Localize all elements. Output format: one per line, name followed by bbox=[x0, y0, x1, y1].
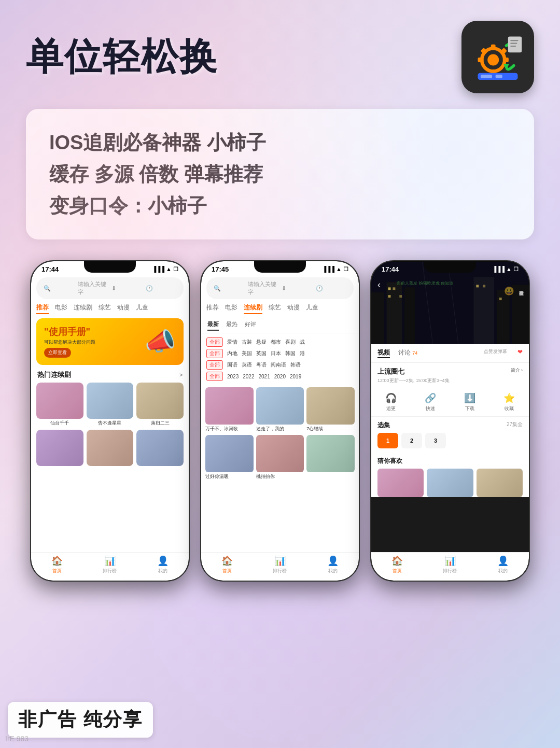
nav-tab-variety-mid[interactable]: 综艺 bbox=[269, 303, 281, 314]
section-more-left[interactable]: > bbox=[179, 372, 183, 378]
nav-tab-drama-left[interactable]: 连续剧 bbox=[74, 303, 92, 314]
nav-tab-movie-mid[interactable]: 电影 bbox=[225, 303, 237, 314]
filter-uk[interactable]: 英国 bbox=[256, 350, 267, 357]
danmu-icon[interactable]: 😀 bbox=[504, 286, 514, 296]
episode-1[interactable]: 1 bbox=[377, 433, 398, 448]
svg-rect-20 bbox=[404, 288, 415, 344]
filter-romance[interactable]: 爱情 bbox=[227, 338, 237, 346]
recommend-thumb-3[interactable] bbox=[477, 469, 523, 497]
bottom-nav-rank-mid[interactable]: 📊 排行榜 bbox=[273, 555, 287, 574]
sub-tab-rated[interactable]: 好评 bbox=[245, 320, 256, 331]
svg-rect-19 bbox=[387, 283, 402, 344]
danmu-send-right[interactable]: 点赞发弹幕 bbox=[484, 348, 507, 358]
filter-hk[interactable]: 港 bbox=[300, 350, 305, 357]
bottom-nav-home-mid[interactable]: 🏠 首页 bbox=[221, 555, 233, 574]
filter-2022[interactable]: 2022 bbox=[243, 374, 254, 379]
filter-ancient[interactable]: 古装 bbox=[242, 338, 252, 346]
filter-korea[interactable]: 韩国 bbox=[285, 350, 296, 357]
filter-korean[interactable]: 韩语 bbox=[290, 361, 301, 369]
filter-tag-1[interactable]: 全部 bbox=[206, 337, 223, 347]
recommend-thumb-1[interactable] bbox=[377, 469, 424, 497]
filter-2019[interactable]: 2019 bbox=[290, 374, 301, 379]
movie-item-5[interactable] bbox=[87, 430, 134, 467]
mid-item-4[interactable]: 过好你温暖 bbox=[205, 435, 254, 480]
section-hot-label-left: 热门连续剧 bbox=[37, 370, 71, 379]
filter-urban[interactable]: 都市 bbox=[271, 338, 281, 346]
action-download[interactable]: ⬇️ 下载 bbox=[464, 392, 475, 412]
svg-rect-5 bbox=[503, 58, 509, 62]
filter-mandarin[interactable]: 国语 bbox=[227, 361, 237, 369]
filter-usa[interactable]: 美国 bbox=[242, 350, 252, 357]
mid-item-1[interactable]: 万千不、冰河歌 bbox=[205, 387, 254, 432]
movie-item-3[interactable]: 落归二三 bbox=[136, 383, 184, 427]
bottom-nav-rank-left[interactable]: 📊 排行榜 bbox=[103, 555, 117, 574]
search-bar-left[interactable]: 🔍 请输入关键字 ⬇ 🕐 bbox=[36, 277, 184, 299]
sub-tab-newest[interactable]: 最新 bbox=[207, 320, 219, 331]
banner-left[interactable]: "使用手册" 可以帮您解决大部分问题 立即查看 📣 bbox=[36, 318, 184, 365]
filter-tag-3[interactable]: 全部 bbox=[206, 360, 223, 370]
recommend-thumb-2[interactable] bbox=[427, 469, 473, 497]
mid-title-3: 7心继续 bbox=[306, 426, 355, 432]
mid-item-2[interactable]: 迷走了，我的 bbox=[256, 387, 304, 432]
filter-japan[interactable]: 日本 bbox=[271, 350, 281, 357]
detail-tab-video[interactable]: 视频 bbox=[377, 348, 390, 358]
movie-thumb-6 bbox=[136, 430, 184, 466]
nav-tab-movie-left[interactable]: 电影 bbox=[55, 303, 67, 314]
svg-rect-11 bbox=[510, 40, 518, 41]
action-collect[interactable]: ⭐ 收藏 bbox=[503, 392, 515, 412]
filter-2021[interactable]: 2021 bbox=[259, 374, 270, 379]
bottom-nav-profile-right[interactable]: 👤 我的 bbox=[497, 555, 509, 574]
sub-tab-hottest[interactable]: 最热 bbox=[226, 320, 237, 331]
episode-2[interactable]: 2 bbox=[401, 433, 422, 448]
heart-icon[interactable]: ❤ bbox=[517, 348, 523, 358]
bottom-nav-rank-right[interactable]: 📊 排行榜 bbox=[443, 555, 457, 574]
search-bar-middle[interactable]: 🔍 请输入关键字 ⬇ 🕐 bbox=[206, 277, 354, 299]
filter-hokkien[interactable]: 闽南语 bbox=[271, 361, 286, 369]
bottom-nav-home-right[interactable]: 🏠 首页 bbox=[391, 555, 403, 574]
filter-tag-2[interactable]: 全部 bbox=[206, 349, 223, 358]
filter-war[interactable]: 战 bbox=[300, 338, 305, 346]
mid-item-5[interactable]: 桃拍拍你 bbox=[256, 435, 304, 480]
search-download-middle[interactable]: ⬇ bbox=[282, 285, 313, 292]
back-button[interactable]: ‹ bbox=[377, 279, 381, 290]
mid-item-6[interactable] bbox=[306, 435, 355, 480]
bottom-nav-profile-mid[interactable]: 👤 我的 bbox=[327, 555, 339, 574]
filter-comedy[interactable]: 喜剧 bbox=[285, 338, 296, 346]
nav-tab-recommend-left[interactable]: 推荐 bbox=[36, 303, 49, 314]
action-follow[interactable]: 🎧 追更 bbox=[385, 392, 397, 412]
nav-tab-anime-mid[interactable]: 动漫 bbox=[287, 303, 300, 314]
intro-label[interactable]: 简介 › bbox=[511, 367, 523, 374]
banner-btn-left[interactable]: 立即查看 bbox=[44, 348, 71, 358]
bottom-nav-profile-left[interactable]: 👤 我的 bbox=[157, 555, 169, 574]
nav-tab-anime-left[interactable]: 动漫 bbox=[117, 303, 130, 314]
bottom-nav-home-left[interactable]: 🏠 首页 bbox=[51, 555, 63, 574]
mid-item-3[interactable]: 7心继续 bbox=[306, 387, 355, 432]
episode-3[interactable]: 3 bbox=[425, 433, 446, 448]
detail-tab-discussion[interactable]: 讨论 74 bbox=[398, 348, 417, 358]
filter-2023[interactable]: 2023 bbox=[227, 374, 239, 379]
filter-mystery[interactable]: 悬疑 bbox=[256, 338, 267, 346]
nav-tab-variety-left[interactable]: 综艺 bbox=[99, 303, 111, 314]
banner-left-content: "使用手册" 可以帮您解决大部分问题 立即查看 bbox=[44, 326, 95, 358]
nav-tab-kids-left[interactable]: 儿童 bbox=[136, 303, 148, 314]
collect-label: 收藏 bbox=[505, 405, 514, 412]
action-quick[interactable]: 🔗 快速 bbox=[425, 392, 436, 412]
movie-item-2[interactable]: 告不逢星星 bbox=[87, 383, 134, 427]
filter-english[interactable]: 英语 bbox=[242, 361, 252, 369]
bottom-nav-right: 🏠 首页 📊 排行榜 👤 我的 bbox=[371, 552, 529, 581]
movie-item-1[interactable]: 仙台千千 bbox=[36, 383, 83, 427]
filter-2020[interactable]: 2020 bbox=[274, 374, 286, 379]
filter-tag-4[interactable]: 全部 bbox=[206, 372, 223, 381]
search-history-left[interactable]: 🕐 bbox=[146, 285, 177, 292]
filter-inland[interactable]: 内地 bbox=[227, 350, 237, 357]
search-history-middle[interactable]: 🕐 bbox=[316, 285, 347, 292]
search-download-left[interactable]: ⬇ bbox=[111, 285, 143, 292]
app-icon[interactable] bbox=[461, 21, 534, 93]
movie-item-6[interactable] bbox=[136, 430, 184, 467]
movie-item-4[interactable] bbox=[36, 430, 83, 467]
nav-tab-kids-mid[interactable]: 儿童 bbox=[306, 303, 318, 314]
filter-cantonese[interactable]: 粤语 bbox=[256, 361, 267, 369]
nav-tab-recommend-mid[interactable]: 推荐 bbox=[206, 303, 219, 314]
nav-tab-drama-mid[interactable]: 连续剧 bbox=[244, 303, 262, 314]
episode-list: 1 2 3 bbox=[377, 433, 523, 448]
